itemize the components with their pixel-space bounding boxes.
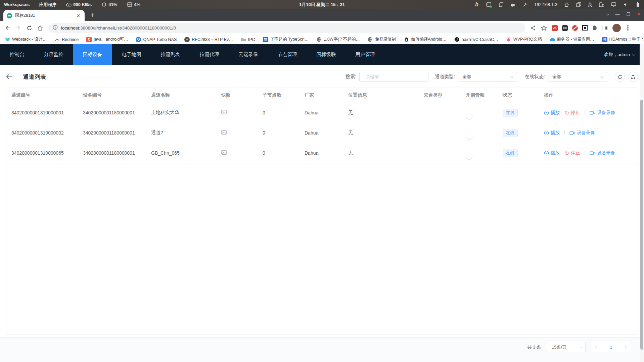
battery-icon[interactable] [635, 2, 641, 7]
phone-link-icon[interactable] [599, 2, 604, 7]
bookmark-redmine[interactable]: Redmine [54, 37, 79, 42]
url-bar[interactable]: localhost:38080/#/channelList/3402000000… [48, 23, 525, 33]
js-extension-icon[interactable]: JS [552, 25, 558, 31]
bing-icon[interactable]: b [474, 2, 479, 7]
window-minimize-button[interactable]: — [615, 12, 619, 17]
tab-search-icon[interactable] [606, 12, 609, 15]
tab-close-icon[interactable]: ✕ [75, 13, 81, 19]
site-info-icon[interactable] [53, 25, 58, 31]
reader-extension-icon[interactable] [562, 25, 568, 31]
current-page[interactable]: 1 [610, 345, 612, 350]
search-input[interactable] [366, 74, 425, 80]
share-icon[interactable] [530, 25, 536, 31]
display-icon[interactable] [611, 2, 616, 7]
applications-button[interactable]: 应用程序 [39, 2, 56, 8]
browser-tab[interactable]: 国标28181 ✕ [3, 10, 85, 21]
screenshot-icon[interactable] [486, 2, 492, 7]
nav-item-cloud-record[interactable]: 云端录像 [229, 44, 268, 65]
zhihu-icon: 知 [263, 37, 268, 42]
profile-avatar[interactable] [612, 24, 621, 32]
snapshot-image-icon[interactable] [221, 130, 227, 136]
cell-manufacturer: Dahua [300, 123, 343, 143]
adblock-extension-icon[interactable] [572, 25, 578, 31]
channel-type-select[interactable]: 全部 [458, 72, 517, 82]
nav-item-gb-device[interactable]: 国标设备 [73, 44, 112, 65]
snapshot-image-icon[interactable] [221, 110, 227, 115]
nav-item-gb-cascade[interactable]: 国标级联 [307, 44, 346, 65]
user-menu[interactable]: 欢迎，admin [604, 44, 644, 65]
bookmark-copyfree[interactable]: 免登录复制 [368, 37, 396, 42]
bookmark-zhihu[interactable]: 知了不起的 TypeScri… [263, 37, 309, 42]
new-tab-button[interactable]: + [88, 11, 97, 19]
bookmark-tencent-cloud[interactable]: 服务器 - 轻量应用… [550, 37, 594, 42]
extensions-puzzle-icon[interactable] [592, 25, 598, 31]
workspaces-button[interactable]: Workspaces [4, 2, 30, 7]
bookmark-wvp-doc[interactable]: WVP-PRO文档 [506, 37, 542, 42]
side-panel-icon[interactable] [602, 26, 607, 30]
bookmark-github[interactable]: hairrrrr/C-CrashC… [454, 37, 498, 42]
play-circle-icon [544, 110, 549, 115]
device-record-button[interactable]: 设备录像 [569, 130, 595, 136]
browser-menu-icon[interactable] [626, 25, 630, 31]
stop-button[interactable]: 停止 [564, 150, 580, 156]
cloud-download-icon [66, 2, 72, 7]
bookmark-article1[interactable]: 1.8W字|了不起的… [316, 37, 360, 42]
nav-item-user-manage[interactable]: 用户管理 [346, 44, 385, 65]
next-page-button[interactable] [624, 346, 627, 349]
play-button[interactable]: 播放 [544, 110, 560, 116]
reload-button[interactable] [27, 25, 32, 31]
status-badge: 在线 [503, 129, 518, 137]
home-icon[interactable] [564, 2, 569, 7]
bookmark-android-build[interactable]: 如何编译Android… [404, 37, 447, 42]
back-button[interactable] [4, 25, 10, 31]
bookmark-hdatmos[interactable]: NHDAtmos :: 种子 *… [602, 37, 644, 42]
bookmark-rfc[interactable]: RFC2833 – RTP Ev… [184, 37, 233, 42]
nav-item-push-list[interactable]: 推流列表 [151, 44, 190, 65]
play-button[interactable]: 播放 [544, 150, 560, 156]
nav-item-pull-proxy[interactable]: 拉流代理 [190, 44, 229, 65]
nav-item-split-monitor[interactable]: 分屏监控 [34, 44, 73, 65]
home-button[interactable] [37, 25, 43, 31]
nav-item-node-manage[interactable]: 节点管理 [268, 44, 307, 65]
scrollbar-track[interactable] [640, 44, 644, 362]
device-record-button[interactable]: 设备录像 [590, 150, 615, 156]
clipboard-icon[interactable] [498, 2, 504, 7]
bookmark-webstack[interactable]: Webstack - 设计… [5, 37, 47, 42]
tool-icon[interactable] [522, 2, 528, 7]
nav-item-console[interactable]: 控制台 [0, 44, 34, 65]
volume-icon[interactable] [623, 2, 629, 7]
ip-address[interactable]: 192.168.1.3 [534, 2, 557, 7]
window-close-button[interactable]: ✕ [637, 12, 641, 17]
tree-view-button[interactable] [628, 72, 638, 82]
redmine-icon [54, 37, 60, 42]
forward-button[interactable] [15, 25, 21, 31]
page-size-select[interactable]: 15条/页 [546, 342, 586, 352]
coffee-cup-icon[interactable] [510, 2, 516, 7]
clock[interactable]: 1月10日 星期二 15：21 [299, 2, 345, 8]
window-restore-button[interactable]: ❐ [626, 12, 630, 17]
divider [585, 151, 585, 155]
input-method-indicator[interactable]: 英 [588, 2, 592, 8]
power-icon [564, 110, 569, 115]
cell-channel-id: 34020000001310000001 [6, 103, 78, 123]
video-camera-icon [590, 151, 595, 155]
back-arrow-button[interactable] [6, 74, 18, 80]
refresh-button[interactable] [615, 72, 625, 82]
bookmark-qnap[interactable]: QQNAP Turbo NAS [136, 37, 177, 42]
bookmark-csdn[interactable]: Cjava、android可… [86, 37, 128, 42]
qr-extension-icon[interactable] [582, 25, 588, 31]
bookmark-star-icon[interactable] [541, 25, 547, 31]
device-record-button[interactable]: 设备录像 [590, 110, 615, 116]
play-button[interactable]: 播放 [544, 130, 560, 136]
window-switcher-icon[interactable] [576, 2, 582, 7]
online-status-select[interactable]: 全部 [548, 72, 607, 82]
nav-item-map[interactable]: 电子地图 [112, 44, 151, 65]
scrollbar-thumb[interactable] [640, 100, 643, 350]
snapshot-image-icon[interactable] [221, 150, 227, 156]
prev-page-button[interactable] [595, 346, 599, 349]
stop-button[interactable]: 停止 [564, 110, 580, 116]
bookmark-ipc[interactable]: IPC [241, 37, 255, 42]
cell-manufacturer: Dahua [300, 143, 343, 163]
search-input-wrapper[interactable] [359, 72, 428, 82]
cell-ptz-type [419, 143, 461, 163]
